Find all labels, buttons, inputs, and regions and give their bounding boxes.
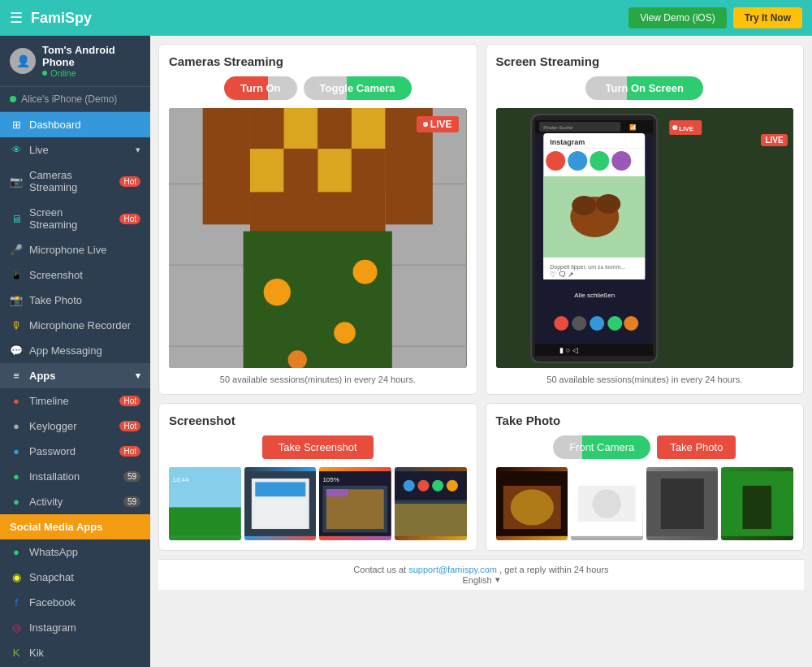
svg-text:Alle schließen: Alle schließen — [574, 292, 615, 299]
svg-rect-63 — [169, 507, 241, 535]
sidebar-item-cameras-streaming[interactable]: 📷 Cameras Streaming Hot — [0, 162, 150, 200]
svg-rect-68 — [255, 500, 305, 526]
support-email[interactable]: support@famispy.com — [408, 565, 497, 574]
take-photo-button[interactable]: Take Photo — [657, 435, 736, 459]
turn-on-button[interactable]: Turn On — [224, 76, 297, 100]
bottom-grid: Screenshot Take Screenshot 13:44 — [158, 403, 804, 551]
hamburger-icon[interactable]: ☰ — [10, 9, 23, 27]
screen-stream-visual: 15:51 📶 Instagram — [496, 108, 794, 368]
cameras-streaming-card: Cameras Streaming Turn On Toggle Camera — [158, 44, 477, 395]
instagram-icon: ◎ — [10, 622, 23, 634]
chevron-down-icon: ▾ — [495, 574, 500, 585]
screenshot-thumb-4[interactable] — [395, 467, 467, 540]
snapchat-icon: ◉ — [10, 571, 23, 583]
screen-live-badge: LIVE — [761, 134, 787, 146]
demo-button[interactable]: View Demo (iOS) — [628, 7, 726, 28]
sidebar-item-kik[interactable]: K Kik — [0, 640, 150, 665]
top-grid: Cameras Streaming Turn On Toggle Camera — [158, 44, 804, 395]
svg-point-37 — [546, 151, 565, 171]
take-photo-title: Take Photo — [496, 414, 794, 427]
photo-thumb-1[interactable] — [496, 467, 568, 540]
svg-rect-18 — [352, 108, 386, 149]
live-preview: LIVE — [169, 108, 467, 368]
svg-point-52 — [554, 316, 568, 331]
sidebar-item-snapchat[interactable]: ◉ Snapchat — [0, 565, 150, 590]
svg-text:Instagram: Instagram — [550, 138, 585, 146]
svg-rect-90 — [743, 486, 771, 529]
svg-point-38 — [568, 151, 587, 171]
status-dot — [42, 71, 47, 76]
sidebar-item-activity[interactable]: ● Activity 59 — [0, 489, 150, 514]
svg-point-39 — [590, 151, 609, 171]
svg-rect-15 — [317, 108, 352, 149]
cameras-session-info: 50 available sessions(minutes) in every … — [169, 375, 467, 384]
sidebar-item-take-photo[interactable]: 📸 Take Photo — [0, 288, 150, 313]
svg-point-83 — [510, 489, 553, 525]
sidebar-item-whatsapp[interactable]: ● WhatsApp — [0, 539, 150, 565]
svg-text:LIVE: LIVE — [679, 125, 693, 132]
svg-point-40 — [611, 151, 631, 171]
mic-recorder-icon: 🎙 — [10, 319, 23, 331]
sidebar-item-timeline[interactable]: ● Timeline Hot — [0, 388, 150, 414]
header-right: View Demo (iOS) Try It Now — [628, 7, 802, 28]
sidebar: 👤 Tom's Android Phone Online Alice's iPh… — [0, 36, 150, 667]
svg-rect-12 — [250, 108, 284, 149]
live-stream-visual — [169, 108, 467, 368]
sidebar-item-microphone-live[interactable]: 🎤 Microphone Live — [0, 237, 150, 262]
demo-device[interactable]: Alice's iPhone (Demo) — [0, 87, 150, 112]
svg-rect-73 — [326, 489, 348, 496]
screenshot-grid: 13:44 105% — [169, 467, 467, 540]
photo-thumb-3[interactable] — [646, 467, 719, 540]
sidebar-item-dashboard[interactable]: ⊞ Dashboard — [0, 112, 150, 137]
screenshot-thumb-1[interactable]: 13:44 — [169, 467, 241, 540]
svg-rect-88 — [660, 479, 703, 529]
screen-preview: 15:51 📶 Instagram — [496, 108, 794, 368]
device-info: 👤 Tom's Android Phone Online — [0, 36, 150, 87]
photo-thumb-2[interactable] — [571, 467, 643, 540]
sidebar-section-social[interactable]: Social Media Apps — [0, 514, 150, 539]
svg-rect-80 — [395, 504, 467, 536]
svg-point-22 — [334, 322, 356, 344]
sidebar-item-live[interactable]: 👁 Live ▾ — [0, 137, 150, 162]
sidebar-item-facebook[interactable]: f Facebook — [0, 590, 150, 615]
header: ☰ FamiSpy View Demo (iOS) Try It Now — [0, 0, 812, 36]
svg-rect-25 — [203, 108, 250, 224]
svg-rect-48 — [535, 344, 653, 356]
screenshot-thumb-3[interactable]: 105% — [319, 467, 391, 540]
facebook-icon: f — [10, 596, 23, 609]
layout: 👤 Tom's Android Phone Online Alice's iPh… — [0, 36, 812, 667]
language-selector[interactable]: English ▾ — [462, 574, 499, 585]
svg-point-44 — [596, 194, 620, 214]
front-camera-button[interactable]: Front Camera — [553, 435, 650, 459]
sidebar-item-installation[interactable]: ● Installation 59 — [0, 464, 150, 489]
svg-point-77 — [417, 480, 429, 492]
timeline-icon: ● — [10, 395, 23, 407]
sidebar-item-screenshot[interactable]: 📱 Screenshot — [0, 262, 150, 288]
image-icon: 📱 — [10, 269, 23, 281]
sidebar-item-app-messaging[interactable]: 💬 App Messaging — [0, 338, 150, 363]
installation-icon: ● — [10, 470, 23, 483]
toggle-camera-button[interactable]: Toggle Camera — [304, 76, 412, 100]
sidebar-item-microphone-recorder[interactable]: 🎙 Microphone Recorder — [0, 313, 150, 338]
svg-text:13:44: 13:44 — [172, 476, 189, 483]
photo-thumb-4[interactable] — [721, 467, 793, 540]
footer: Contact us at support@famispy.com , get … — [158, 559, 804, 590]
sidebar-item-keylogger[interactable]: ● Keylogger Hot — [0, 414, 150, 439]
kik-icon: K — [10, 647, 23, 659]
svg-point-79 — [447, 480, 458, 492]
turn-on-screen-button[interactable]: Turn On Screen — [585, 76, 703, 100]
try-button[interactable]: Try It Now — [733, 7, 802, 28]
monitor-icon: 🖥 — [10, 213, 23, 225]
keylogger-icon: ● — [10, 420, 23, 432]
live-badge: LIVE — [417, 116, 459, 132]
sidebar-section-apps[interactable]: ≡ Apps ▾ — [0, 363, 150, 388]
apps-icon: ≡ — [10, 370, 23, 382]
photo-grid — [496, 467, 794, 540]
sidebar-item-screen-streaming[interactable]: 🖥 Screen Streaming Hot — [0, 200, 150, 237]
svg-rect-16 — [284, 149, 318, 192]
sidebar-item-instagram[interactable]: ◎ Instagram — [0, 615, 150, 640]
take-screenshot-button[interactable]: Take Screenshot — [262, 435, 374, 459]
sidebar-item-password[interactable]: ● Password Hot — [0, 439, 150, 464]
screenshot-thumb-2[interactable] — [244, 467, 317, 540]
camera-icon: 📷 — [10, 175, 23, 188]
